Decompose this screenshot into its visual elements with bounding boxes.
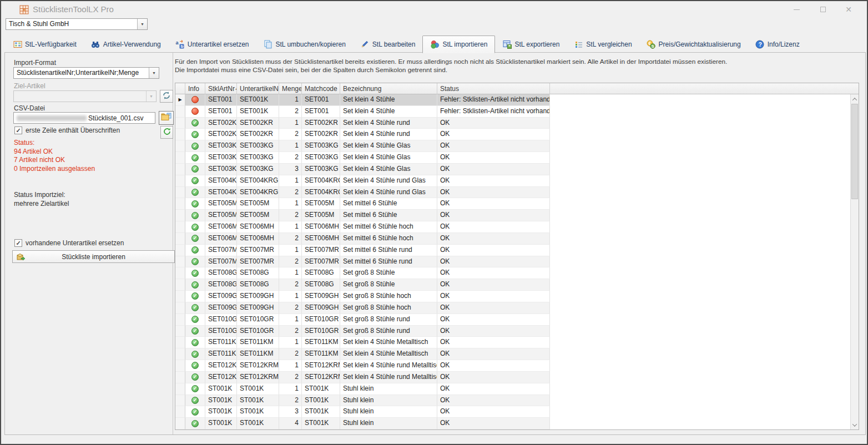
tab-stl-umbuchen-kopieren[interactable]: StL umbuchen/kopieren bbox=[256, 36, 353, 53]
table-row[interactable]: ✓SET006MHSET006MH1SET006MHSet mittel 6 S… bbox=[175, 221, 859, 233]
table-row[interactable]: ✓SET011KMSET011KM2SET011KMSet klein 4 St… bbox=[175, 348, 859, 360]
cell-status: OK bbox=[437, 291, 550, 302]
table-row[interactable]: ✓SET003KGSET003KG3SET003KGSet klein 4 St… bbox=[175, 164, 859, 175]
import-preview-grid: InfoStklArtNr▲UnterartikelNrMengeMatchco… bbox=[175, 83, 859, 430]
replace-subitems-checkbox-label: vorhandene Unterartikel ersetzen bbox=[26, 239, 124, 247]
column-header-label: StklArtNr bbox=[208, 84, 235, 94]
table-row[interactable]: ✓SET004KRGSET004KRG1SET004KRGSet klein 4… bbox=[175, 175, 859, 187]
cell-status: OK bbox=[437, 129, 550, 140]
column-header-indicator bbox=[175, 83, 185, 94]
table-row[interactable]: ✓SET002KRSET002KR1SET002KRSet klein 4 St… bbox=[175, 118, 859, 129]
tab-stl-importieren[interactable]: StL importieren bbox=[422, 36, 495, 53]
cell-matchcode: SET004KRG bbox=[302, 175, 340, 187]
price-coins-icon: €S bbox=[647, 39, 656, 49]
table-row[interactable]: ✓SET003KGSET003KG1SET003KGSet klein 4 St… bbox=[175, 140, 859, 152]
tab-unterartikel-ersetzen[interactable]: abUnterartikel ersetzen bbox=[168, 36, 256, 53]
cell-matchcode: SET007MR bbox=[302, 245, 340, 256]
table-row[interactable]: ✓SET010GRSET010GR1SET010GRSet groß 8 Stü… bbox=[175, 314, 859, 326]
cell-status: OK bbox=[437, 360, 550, 372]
column-header-menge[interactable]: Menge bbox=[279, 83, 302, 94]
cell-menge: 2 bbox=[279, 256, 302, 268]
cell-bezeichnung: Set groß 8 Stühle bbox=[340, 279, 437, 291]
column-header-status[interactable]: Status bbox=[437, 83, 550, 94]
browse-file-button[interactable] bbox=[159, 111, 174, 125]
table-row[interactable]: ✓ST001KST001K2ST001KStuhl kleinOK bbox=[175, 395, 859, 407]
cell-menge: 1 bbox=[279, 383, 302, 395]
checkbox-check-icon: ✓ bbox=[14, 239, 22, 247]
cell-matchcode: SET011KM bbox=[302, 348, 340, 360]
column-header-stklartnr[interactable]: StklArtNr▲ bbox=[205, 83, 237, 94]
table-row[interactable]: ✓SET008GSET008G2SET008GSet groß 8 Stühle… bbox=[175, 279, 859, 291]
table-row[interactable]: ✓SET007MRSET007MR1SET007MRSet mittel 6 S… bbox=[175, 245, 859, 256]
table-row[interactable]: SET001SET001K2SET001Set klein 4 StühleFe… bbox=[175, 106, 859, 118]
tab-stl-verfügbarkeit[interactable]: StL-Verfügbarkeit bbox=[6, 36, 84, 53]
column-header-bezeichnung[interactable]: Bezeichnung bbox=[340, 83, 437, 94]
cell-stklartnr: SET008G bbox=[205, 267, 237, 279]
csv-file-input[interactable]: Stückliste_001.csv bbox=[13, 112, 155, 124]
error-status-icon bbox=[191, 108, 199, 115]
scroll-down-button[interactable] bbox=[851, 421, 859, 429]
column-header-matchcode[interactable]: Matchcode bbox=[302, 83, 340, 94]
import-format-select[interactable]: StücklistenartikelNr;UnterartikelNr;Meng… bbox=[13, 67, 159, 79]
table-row[interactable]: ✓ST001KST001K3ST001KStuhl kleinOK bbox=[175, 406, 859, 418]
table-row[interactable]: ✓SET003KGSET003KG2SET003KGSet klein 4 St… bbox=[175, 152, 859, 164]
import-format-dropdown-button[interactable]: ▼ bbox=[149, 68, 159, 78]
column-header-info[interactable]: Info bbox=[185, 83, 205, 94]
cell-bezeichnung: Set mittel 6 Stühle rund bbox=[340, 256, 437, 268]
tab-artikel-verwendung[interactable]: Artikel-Verwendung bbox=[84, 36, 168, 53]
cell-matchcode: SET010GR bbox=[302, 314, 340, 326]
ok-status-icon: ✓ bbox=[191, 316, 199, 323]
cell-matchcode: ST001K bbox=[302, 406, 340, 418]
table-row[interactable]: ✓SET009GHSET009GH1SET009GHSet groß 8 Stü… bbox=[175, 291, 859, 302]
cell-bezeichnung: Set groß 8 Stühle rund bbox=[340, 314, 437, 326]
import-format-value: StücklistenartikelNr;UnterartikelNr;Meng… bbox=[14, 68, 149, 78]
table-row[interactable]: ✓SET005MSET005M1SET005MSet mittel 6 Stüh… bbox=[175, 198, 859, 210]
table-row[interactable]: ✓ST001KST001K1ST001KStuhl kleinOK bbox=[175, 383, 859, 395]
table-row[interactable]: ✓SET012KRMSET012KRM1SET012KRMSet klein 4… bbox=[175, 360, 859, 372]
cell-unterartikelnr: SET008G bbox=[237, 267, 279, 279]
minimize-button[interactable] bbox=[784, 1, 809, 18]
company-dropdown-button[interactable]: ▼ bbox=[137, 19, 147, 29]
tab-stl-exportieren[interactable]: StL exportieren bbox=[495, 36, 567, 53]
tab-info-lizenz[interactable]: ?Info/Lizenz bbox=[748, 36, 807, 53]
table-row[interactable]: ✓SET012KRMSET012KRM2SET012KRMSet klein 4… bbox=[175, 372, 859, 383]
tab-preis-gewichtaktualisierung[interactable]: €SPreis/Gewichtaktualisierung bbox=[639, 36, 748, 53]
cell-bezeichnung: Set klein 4 Stühle Glas bbox=[340, 140, 437, 152]
row-indicator-cell bbox=[175, 348, 185, 360]
maximize-button[interactable] bbox=[810, 1, 836, 18]
table-row[interactable]: ✓SET002KRSET002KR2SET002KRSet klein 4 St… bbox=[175, 129, 859, 140]
table-row[interactable]: ✓SET008GSET008G1SET008GSet groß 8 Stühle… bbox=[175, 267, 859, 279]
table-row[interactable]: ✓SET010GRSET010GR2SET010GRSet groß 8 Stü… bbox=[175, 326, 859, 337]
cell-filler bbox=[550, 418, 859, 429]
target-article-select: ▼ bbox=[13, 90, 157, 102]
table-row[interactable]: ✓SET005MSET005M2SET005MSet mittel 6 Stüh… bbox=[175, 210, 859, 221]
column-header-unterartikelnr[interactable]: UnterartikelNr bbox=[237, 83, 279, 94]
tab-label: StL umbuchen/kopieren bbox=[276, 41, 346, 48]
target-article-value bbox=[14, 91, 146, 102]
table-row[interactable]: ✓SET007MRSET007MR2SET007MRSet mittel 6 S… bbox=[175, 256, 859, 268]
sync-target-button[interactable] bbox=[160, 90, 173, 103]
table-row[interactable]: ✓SET006MHSET006MH2SET006MHSet mittel 6 S… bbox=[175, 233, 859, 245]
cell-status: OK bbox=[437, 337, 550, 348]
scroll-up-button[interactable] bbox=[851, 95, 859, 103]
header-row-checkbox[interactable]: ✓ erste Zeile enthält Überschriften bbox=[14, 127, 120, 134]
scrollbar-thumb[interactable] bbox=[851, 104, 858, 199]
tab-stl-bearbeiten[interactable]: StL bearbeiten bbox=[353, 36, 423, 53]
ok-status-icon: ✓ bbox=[191, 373, 199, 381]
cell-filler bbox=[550, 326, 859, 337]
replace-subitems-checkbox[interactable]: ✓ vorhandene Unterartikel ersetzen bbox=[14, 239, 124, 247]
tab-stl-vergleichen[interactable]: StL vergleichen bbox=[567, 36, 639, 53]
cell-menge: 2 bbox=[279, 372, 302, 383]
company-select[interactable]: Tisch & Stuhl GmbH ▼ bbox=[6, 18, 148, 30]
table-row[interactable]: ✓SET011KMSET011KM1SET011KMSet klein 4 St… bbox=[175, 337, 859, 348]
close-button[interactable]: ✕ bbox=[836, 1, 861, 18]
table-row[interactable]: ✓ST001KST001K4ST001KStuhl kleinOK bbox=[175, 418, 859, 429]
reload-csv-button[interactable] bbox=[160, 126, 173, 139]
table-row[interactable]: ✓SET004KRGSET004KRG2SET004KRGSet klein 4… bbox=[175, 187, 859, 199]
cell-menge: 3 bbox=[279, 406, 302, 418]
table-row[interactable]: ▶SET001SET001K1SET001Set klein 4 StühleF… bbox=[175, 94, 859, 106]
vertical-scrollbar[interactable] bbox=[850, 94, 859, 429]
cell-unterartikelnr: SET004KRG bbox=[237, 175, 279, 187]
table-row[interactable]: ✓SET009GHSET009GH2SET009GHSet groß 8 Stü… bbox=[175, 302, 859, 314]
import-bom-button[interactable]: Stückliste importieren bbox=[12, 250, 175, 263]
